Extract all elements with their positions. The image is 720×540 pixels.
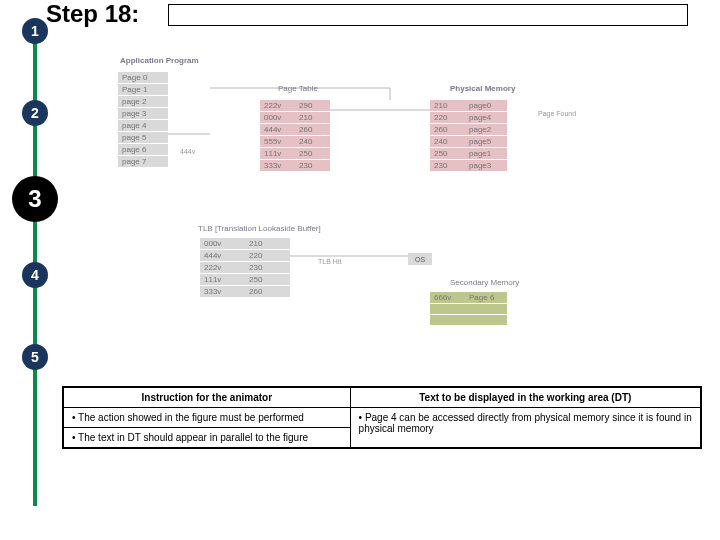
app-row: page 3: [118, 108, 168, 119]
tlb-cell: 250: [245, 274, 290, 285]
sm-cell: [430, 304, 465, 314]
pm-cell: 220: [430, 112, 465, 123]
step-node-5[interactable]: 5: [22, 344, 48, 370]
pt-cell: 290: [295, 100, 330, 111]
pt-cell: 000v: [260, 112, 295, 123]
instruction-text: The text in DT should appear in parallel…: [78, 432, 308, 443]
instruction-header-left: Instruction for the animator: [63, 387, 350, 408]
app-row: page 7: [118, 156, 168, 167]
pt-cell: 111v: [260, 148, 295, 159]
pt-cell: 444v: [260, 124, 295, 135]
pt-cell: 240: [295, 136, 330, 147]
instruction-cell-left-1: • The action showed in the figure must b…: [63, 408, 350, 428]
pm-cell: 240: [430, 136, 465, 147]
step-node-1[interactable]: 1: [22, 18, 48, 44]
application-program-table: Page 0 Page 1 page 2 page 3 page 4 page …: [118, 72, 168, 168]
page-table: 222v290 000v210 444v260 555v240 111v250 …: [260, 100, 330, 172]
os-box: OS: [408, 253, 432, 265]
sm-cell: [465, 315, 507, 325]
instruction-text: The action showed in the figure must be …: [78, 412, 304, 423]
tlb-cell: 333v: [200, 286, 245, 297]
step-node-2[interactable]: 2: [22, 100, 48, 126]
pt-cell: 333v: [260, 160, 295, 171]
physical-memory-table: 210page0 220page4 260page2 240page5 250p…: [430, 100, 507, 172]
sm-cell: [465, 304, 507, 314]
tlb-cell: 260: [245, 286, 290, 297]
sm-cell: Page 6: [465, 292, 507, 303]
pt-cell: 250: [295, 148, 330, 159]
tlb-table: 000v210 444v220 222v230 111v250 333v260: [200, 238, 290, 298]
secondary-memory-table: 666vPage 6: [430, 292, 507, 326]
step-node-4[interactable]: 4: [22, 262, 48, 288]
pm-cell: 230: [430, 160, 465, 171]
tlb-label: TLB [Translation Lookaside Buffer]: [198, 224, 321, 233]
pt-cell: 230: [295, 160, 330, 171]
application-program-label: Application Program: [120, 56, 199, 65]
pt-cell: 222v: [260, 100, 295, 111]
secondary-memory-label: Secondary Memory: [450, 278, 519, 287]
pm-cell: 250: [430, 148, 465, 159]
physical-memory-label: Physical Memory: [450, 84, 515, 93]
pt-cell: 555v: [260, 136, 295, 147]
tlb-cell: 000v: [200, 238, 245, 249]
step-title: Step 18:: [46, 0, 139, 28]
pm-cell: page0: [465, 100, 507, 111]
lookup-vaddr-label: 444v: [180, 148, 195, 155]
instruction-text: Page 4 can be accessed directly from phy…: [359, 412, 692, 434]
page-found-label: Page Found: [538, 110, 576, 117]
pt-cell: 260: [295, 124, 330, 135]
instruction-table: Instruction for the animator Text to be …: [62, 386, 702, 449]
pm-cell: 260: [430, 124, 465, 135]
app-row: page 2: [118, 96, 168, 107]
sm-cell: [430, 315, 465, 325]
tlb-cell: 230: [245, 262, 290, 273]
tlb-cell: 220: [245, 250, 290, 261]
tlb-hit-label: TLB Hit: [318, 258, 341, 265]
app-row: page 4: [118, 120, 168, 131]
pm-cell: 210: [430, 100, 465, 111]
pm-cell: page5: [465, 136, 507, 147]
pm-cell: page4: [465, 112, 507, 123]
app-row: Page 0: [118, 72, 168, 83]
pm-cell: page3: [465, 160, 507, 171]
pm-cell: page1: [465, 148, 507, 159]
pm-cell: page2: [465, 124, 507, 135]
app-row: Page 1: [118, 84, 168, 95]
instruction-header-right: Text to be displayed in the working area…: [350, 387, 701, 408]
app-row: page 6: [118, 144, 168, 155]
memory-diagram: Application Program Page 0 Page 1 page 2…: [60, 48, 700, 378]
tlb-cell: 444v: [200, 250, 245, 261]
step-title-field[interactable]: [168, 4, 688, 26]
sm-cell: 666v: [430, 292, 465, 303]
tlb-cell: 222v: [200, 262, 245, 273]
tlb-cell: 210: [245, 238, 290, 249]
tlb-cell: 111v: [200, 274, 245, 285]
app-row: page 5: [118, 132, 168, 143]
pt-cell: 210: [295, 112, 330, 123]
instruction-cell-right: • Page 4 can be accessed directly from p…: [350, 408, 701, 449]
page-table-label: Page Table: [278, 84, 318, 93]
instruction-cell-left-2: • The text in DT should appear in parall…: [63, 428, 350, 449]
stepper: 1 2 3 4 5: [12, 18, 58, 518]
step-node-3[interactable]: 3: [12, 176, 58, 222]
